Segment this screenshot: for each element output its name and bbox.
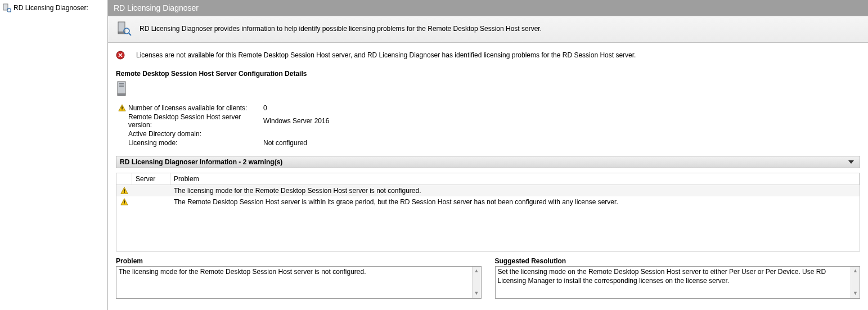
row-problem: The Remote Desktop Session Host server i…: [170, 197, 860, 207]
resolution-label: Suggested Resolution: [495, 257, 861, 265]
server-search-icon: [116, 21, 132, 37]
info-banner-text: RD Licensing Diagnoser provides informat…: [140, 25, 542, 33]
diagnoser-icon: [2, 3, 11, 12]
server-icon: [116, 81, 128, 97]
warning-header: Server Problem: [116, 173, 860, 185]
scroll-down-icon[interactable]: ▼: [474, 290, 479, 297]
main-pane: RD Licensing Diagnoser RD Licensing Diag…: [108, 0, 868, 310]
row-problem: The licensing mode for the Remote Deskto…: [170, 186, 860, 196]
table-row[interactable]: The licensing mode for the Remote Deskto…: [116, 185, 860, 196]
config-details: Number of licenses available for clients…: [116, 104, 860, 147]
tree-node-label: RD Licensing Diagnoser:: [14, 4, 88, 12]
svg-rect-16: [124, 200, 124, 203]
warning-list-wrap: Server Problem The licensing: [116, 173, 860, 251]
server-icon-row: [116, 81, 860, 98]
chevron-down-icon[interactable]: [847, 158, 855, 166]
problem-text: The licensing mode for the Remote Deskto…: [119, 268, 366, 276]
config-label-2: Active Directory domain:: [128, 130, 263, 138]
lower-detail: Problem The licensing mode for the Remot…: [116, 257, 860, 299]
warning-icon: [120, 187, 128, 195]
scrollbar[interactable]: ▲ ▼: [851, 267, 860, 298]
scroll-up-icon[interactable]: ▲: [474, 268, 479, 275]
problem-textbox[interactable]: The licensing mode for the Remote Deskto…: [116, 266, 482, 299]
tree-pane: RD Licensing Diagnoser:: [0, 0, 108, 310]
svg-rect-13: [122, 110, 122, 110]
resolution-textbox[interactable]: Set the licensing mode on the Remote Des…: [495, 266, 861, 299]
resolution-column: Suggested Resolution Set the licensing m…: [495, 257, 861, 299]
warning-table: Server Problem The licensing: [116, 173, 860, 251]
config-value-1: Windows Server 2016: [263, 117, 387, 125]
table-row[interactable]: The Remote Desktop Session Host server i…: [116, 196, 860, 208]
error-row: Licenses are not available for this Remo…: [116, 51, 860, 60]
scroll-up-icon[interactable]: ▲: [853, 268, 858, 275]
content-area: Licenses are not available for this Remo…: [108, 43, 868, 304]
title-text: RD Licensing Diagnoser: [114, 3, 199, 12]
svg-rect-11: [119, 86, 124, 87]
col-server[interactable]: Server: [132, 173, 170, 185]
config-label-3: Licensing mode:: [128, 139, 263, 147]
svg-rect-12: [122, 106, 122, 109]
error-icon: [116, 51, 125, 60]
diagnoser-info-title: RD Licensing Diagnoser Information - 2 w…: [120, 158, 282, 166]
problem-column: Problem The licensing mode for the Remot…: [116, 257, 482, 299]
config-label-1: Remote Desktop Session Host server versi…: [128, 113, 263, 129]
config-heading: Remote Desktop Session Host Server Confi…: [116, 70, 860, 78]
title-bar: RD Licensing Diagnoser: [108, 0, 868, 16]
svg-rect-14: [124, 189, 124, 191]
row-server: [132, 186, 170, 196]
svg-line-2: [10, 11, 11, 12]
diagnoser-info-bar[interactable]: RD Licensing Diagnoser Information - 2 w…: [116, 156, 860, 168]
config-label-0: Number of licenses available for clients…: [128, 104, 263, 112]
error-text: Licenses are not available for this Remo…: [136, 51, 636, 59]
config-value-3: Not configured: [263, 139, 387, 147]
problem-label: Problem: [116, 257, 482, 265]
info-banner: RD Licensing Diagnoser provides informat…: [108, 16, 868, 43]
svg-rect-9: [118, 94, 125, 96]
tree-node-rdld[interactable]: RD Licensing Diagnoser:: [0, 2, 107, 14]
warning-icon: [118, 104, 126, 112]
scroll-down-icon[interactable]: ▼: [853, 290, 858, 297]
col-problem[interactable]: Problem: [170, 173, 860, 185]
svg-rect-10: [119, 83, 124, 84]
warning-icon: [120, 198, 128, 206]
config-value-0: 0: [263, 104, 387, 112]
row-server: [132, 197, 170, 207]
resolution-text: Set the licensing mode on the Remote Des…: [498, 268, 826, 285]
svg-rect-17: [124, 204, 124, 204]
svg-rect-15: [124, 192, 124, 193]
svg-line-6: [129, 33, 131, 35]
warning-rows: The licensing mode for the Remote Deskto…: [116, 185, 860, 208]
scrollbar[interactable]: ▲ ▼: [472, 267, 481, 298]
